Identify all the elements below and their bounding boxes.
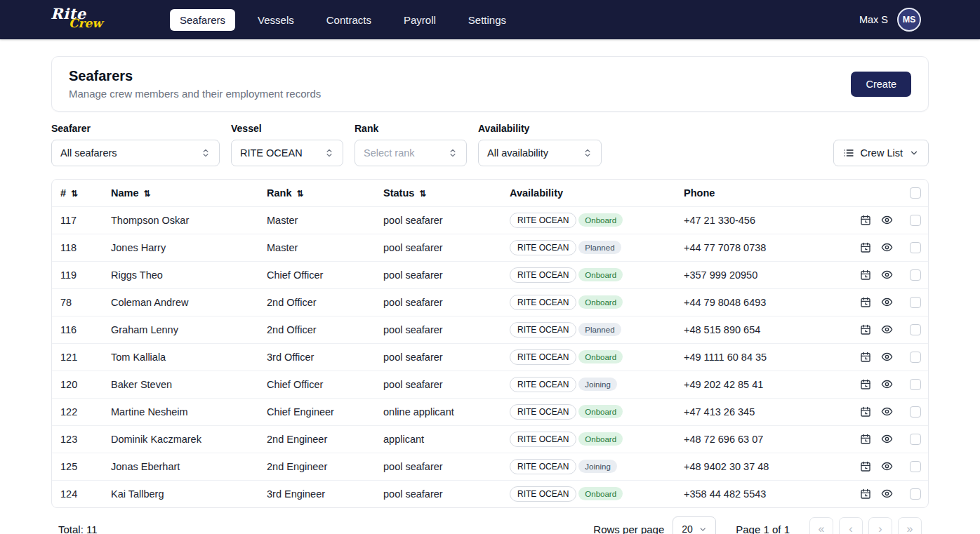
availability-group: RITE OCEAN Planned	[510, 240, 621, 255]
seafarer-select[interactable]: All seafarers	[51, 140, 220, 166]
row-checkbox[interactable]	[910, 269, 921, 281]
cell-phone: +49 1111 60 84 35	[684, 352, 767, 363]
cell-name: Kai Tallberg	[111, 488, 164, 500]
schedule-button[interactable]	[856, 403, 875, 421]
create-button[interactable]: Create	[851, 72, 911, 97]
total-count: Total: 11	[58, 523, 98, 534]
cell-phone: +44 79 8048 6493	[684, 297, 766, 308]
vessel-select-value: RITE OCEAN	[240, 147, 303, 159]
view-details-button[interactable]	[878, 266, 896, 284]
schedule-button[interactable]	[856, 293, 875, 312]
row-checkbox[interactable]	[910, 242, 921, 253]
view-details-button[interactable]	[878, 348, 896, 366]
schedule-button[interactable]	[856, 211, 875, 229]
app-logo[interactable]: Rite Crew	[51, 5, 102, 34]
cell-name: Martine Nesheim	[111, 406, 188, 418]
cell-phone: +44 77 7078 0738	[684, 242, 766, 253]
column-phone: Phone	[684, 187, 715, 199]
sort-icon[interactable]: ⇅	[71, 189, 78, 199]
table-row[interactable]: 121 Tom Kalliala 3rd Officer pool seafar…	[52, 343, 929, 371]
pagination-controls: Rows per page 20 Page 1 of 1 « ‹ › »	[593, 516, 922, 534]
row-checkbox[interactable]	[910, 406, 921, 418]
row-checkbox[interactable]	[910, 434, 921, 445]
table-row[interactable]: 119 Riggs Theo Chief Officer pool seafar…	[52, 261, 929, 288]
availability-badge: Planned	[578, 323, 621, 336]
schedule-button[interactable]	[856, 321, 875, 339]
table-row[interactable]: 125 Jonas Eberhart 2nd Engineer pool sea…	[52, 453, 929, 480]
table-row[interactable]: 118 Jones Harry Master pool seafarer RIT…	[52, 234, 929, 261]
row-checkbox[interactable]	[910, 215, 921, 226]
eye-icon	[881, 406, 893, 418]
table-row[interactable]: 116 Graham Lenny 2nd Officer pool seafar…	[52, 316, 929, 343]
next-page-button[interactable]: ›	[868, 517, 892, 534]
schedule-button[interactable]	[856, 430, 875, 448]
row-checkbox[interactable]	[910, 352, 921, 363]
table-row[interactable]: 123 Dominik Kaczmarek 2nd Engineer appli…	[52, 425, 929, 453]
availability-badge: Onboard	[578, 295, 623, 309]
view-details-button[interactable]	[878, 430, 896, 448]
rank-select[interactable]: Select rank	[355, 140, 467, 166]
availability-group: RITE OCEAN Onboard	[510, 295, 623, 310]
schedule-button[interactable]	[856, 239, 875, 257]
view-details-button[interactable]	[878, 239, 896, 257]
rank-select-placeholder: Select rank	[364, 147, 415, 159]
sort-icon[interactable]: ⇅	[144, 189, 151, 199]
row-checkbox[interactable]	[910, 461, 921, 472]
nav-payroll[interactable]: Payroll	[394, 9, 446, 31]
vessel-badge: RITE OCEAN	[510, 240, 576, 255]
view-details-button[interactable]	[878, 403, 896, 421]
last-page-button[interactable]: »	[898, 517, 922, 534]
schedule-button[interactable]	[856, 485, 875, 503]
table-body: 117 Thompson Oskar Master pool seafarer …	[52, 206, 929, 507]
schedule-button[interactable]	[856, 375, 875, 394]
user-menu[interactable]: Max S MS	[859, 8, 921, 32]
table-row[interactable]: 120 Baker Steven Chief Officer pool seaf…	[52, 371, 929, 398]
eye-icon	[881, 241, 893, 253]
cell-rank: 2nd Officer	[267, 324, 317, 335]
filter-vessel: Vessel RITE OCEAN	[231, 123, 343, 166]
table-row[interactable]: 117 Thompson Oskar Master pool seafarer …	[52, 206, 929, 234]
eye-icon	[881, 488, 893, 500]
cell-id: 123	[60, 434, 77, 445]
schedule-button[interactable]	[856, 458, 875, 476]
nav-vessels[interactable]: Vessels	[248, 9, 304, 31]
sort-icon[interactable]: ⇅	[296, 189, 303, 199]
filters-row: Seafarer All seafarers Vessel RITE OCEAN…	[51, 123, 929, 166]
row-checkbox[interactable]	[910, 324, 921, 335]
table-row[interactable]: 124 Kai Tallberg 3rd Engineer pool seafa…	[52, 480, 929, 507]
nav-seafarers[interactable]: Seafarers	[170, 9, 235, 31]
cell-phone: +357 999 20950	[684, 269, 757, 281]
view-details-button[interactable]	[878, 321, 896, 339]
schedule-button[interactable]	[856, 266, 875, 284]
avatar[interactable]: MS	[897, 8, 921, 32]
cell-phone: +47 21 330-456	[684, 215, 755, 226]
prev-page-button[interactable]: ‹	[839, 517, 863, 534]
row-checkbox[interactable]	[910, 488, 921, 500]
cell-rank: 3rd Officer	[267, 352, 314, 363]
availability-group: RITE OCEAN Onboard	[510, 404, 623, 420]
row-checkbox[interactable]	[910, 297, 921, 308]
view-details-button[interactable]	[878, 293, 896, 312]
vessel-badge: RITE OCEAN	[510, 322, 576, 338]
row-checkbox[interactable]	[910, 379, 921, 390]
schedule-button[interactable]	[856, 348, 875, 366]
view-details-button[interactable]	[878, 211, 896, 229]
availability-select[interactable]: All availability	[478, 140, 602, 166]
nav-settings[interactable]: Settings	[458, 9, 516, 31]
table-row[interactable]: 78 Coleman Andrew 2nd Officer pool seafa…	[52, 288, 929, 316]
eye-icon	[881, 214, 893, 226]
vessel-badge: RITE OCEAN	[510, 404, 576, 420]
rows-per-page-select[interactable]: 20	[673, 516, 716, 534]
select-all-checkbox[interactable]	[910, 187, 921, 199]
first-page-button[interactable]: «	[809, 517, 833, 534]
view-details-button[interactable]	[878, 485, 896, 503]
nav-contracts[interactable]: Contracts	[317, 9, 381, 31]
view-details-button[interactable]	[878, 375, 896, 394]
view-details-button[interactable]	[878, 458, 896, 476]
cell-phone: +48 72 696 63 07	[684, 434, 763, 445]
sort-icon[interactable]: ⇅	[419, 189, 426, 199]
user-name: Max S	[859, 14, 888, 25]
vessel-select[interactable]: RITE OCEAN	[231, 140, 343, 166]
table-row[interactable]: 122 Martine Nesheim Chief Engineer onlin…	[52, 398, 929, 425]
crew-list-view-button[interactable]: Crew List	[833, 140, 929, 166]
